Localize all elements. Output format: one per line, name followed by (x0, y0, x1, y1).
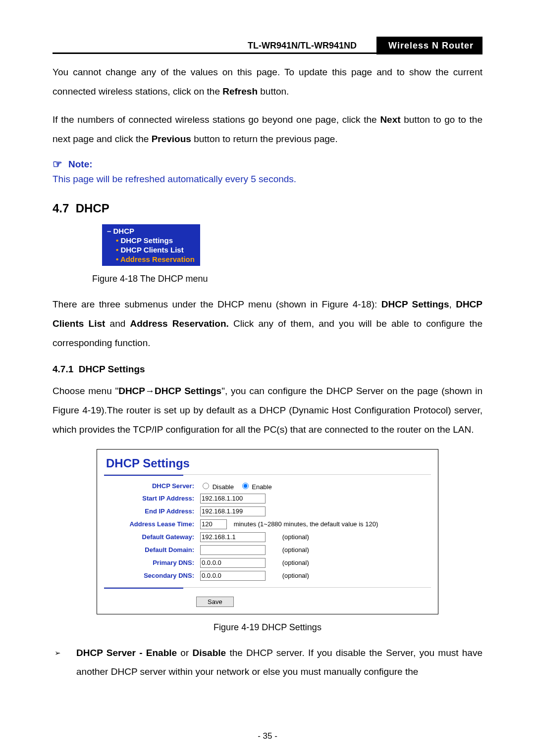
radio-disable-text: Disable (213, 483, 234, 491)
save-button[interactable]: Save (196, 597, 234, 607)
label-end-ip: End IP Address: (97, 505, 197, 518)
note-heading: ☞ Note: (53, 158, 482, 171)
sec47-para-a: There are three submenus under the DHCP … (53, 299, 381, 309)
label-secondary-dns: Secondary DNS: (97, 569, 197, 582)
primary-dns-input[interactable] (200, 558, 266, 568)
label-start-ip: Start IP Address: (97, 492, 197, 505)
intro-p2b: Next (380, 114, 400, 125)
default-gateway-input[interactable] (200, 532, 266, 542)
intro-p2d: Previous (152, 134, 191, 144)
bullet-dhcp-server: ➢ DHCP Server - Enable or Disable the DH… (53, 644, 482, 681)
dhcp-settings-form: DHCP Server: Disable Enable Start IP Add… (97, 480, 438, 582)
radio-disable[interactable] (203, 483, 209, 489)
figure-4-19-caption: Figure 4-19 DHCP Settings (53, 622, 482, 633)
note-label: Note: (68, 159, 93, 170)
menu-item-address-reservation: Address Reservation (102, 254, 200, 264)
label-dhcp-server: DHCP Server: (97, 480, 197, 492)
section-4-7-1-heading: 4.7.1 DHCP Settings (53, 364, 482, 375)
label-primary-dns: Primary DNS: (97, 556, 197, 569)
doc-header-product: Wireless N Router (376, 37, 482, 54)
sec47-para-e: and (105, 318, 130, 329)
sec471-intro-c: DHCP Settings (155, 386, 221, 396)
label-default-gateway: Default Gateway: (97, 531, 197, 544)
radio-enable-label[interactable]: Enable (240, 483, 272, 491)
bullet-icon: ➢ (54, 646, 61, 660)
menu-item-dhcp-settings: DHCP Settings (102, 236, 200, 245)
label-lease-time: Address Lease Time: (97, 518, 197, 531)
dhcp-settings-figure: DHCP Settings DHCP Server: Disable Enabl… (97, 449, 438, 614)
default-domain-input[interactable] (200, 545, 266, 555)
intro-p1b: Refresh (222, 86, 258, 97)
optional-text-3: (optional) (282, 559, 309, 566)
dhcp-menu-figure: DHCP DHCP Settings DHCP Clients List Add… (102, 224, 200, 266)
bp1-bold2: Disable (189, 648, 229, 658)
sec471-title: DHCP Settings (79, 364, 145, 374)
radio-enable-text: Enable (252, 483, 271, 491)
figure-4-18-caption: Figure 4-18 The DHCP menu (92, 274, 482, 284)
optional-text-2: (optional) (282, 546, 309, 554)
intro-text: You cannot change any of the values on t… (53, 63, 482, 149)
end-ip-input[interactable] (200, 506, 266, 516)
intro-p2a: If the numbers of connected wireless sta… (53, 114, 380, 125)
sec47-num: 4.7 (53, 202, 69, 215)
start-ip-input[interactable] (200, 494, 266, 504)
sec47-para-f: Address Reservation. (130, 318, 229, 329)
sec471-num: 4.7.1 (53, 364, 73, 374)
sec471-intro-arrow: → (145, 386, 155, 396)
pointing-hand-icon: ☞ (53, 158, 62, 171)
intro-p2e: button to return the previous page. (191, 134, 338, 144)
doc-header: TL-WR941N/TL-WR941ND Wireless N Router (53, 39, 482, 54)
label-default-domain: Default Domain: (97, 544, 197, 556)
menu-item-dhcp-clients: DHCP Clients List (102, 245, 200, 254)
secondary-dns-input[interactable] (200, 571, 266, 581)
dhcp-settings-title: DHCP Settings (106, 456, 438, 470)
radio-disable-label[interactable]: Disable (200, 483, 234, 491)
sec471-intro-a: Choose menu " (53, 386, 118, 396)
optional-text: (optional) (282, 533, 309, 541)
sec47-title: DHCP (76, 202, 109, 215)
bp1-mid: or (180, 648, 189, 658)
radio-enable[interactable] (242, 483, 249, 489)
section-4-7-heading: 4.7 DHCP (53, 202, 482, 215)
bp1-bold: DHCP Server - Enable (76, 648, 180, 658)
lease-time-input[interactable] (200, 519, 227, 529)
optional-text-4: (optional) (282, 572, 309, 579)
intro-p1c: button. (258, 86, 289, 97)
menu-root: DHCP (102, 226, 200, 236)
note-body: This page will be refreshed automaticall… (53, 172, 482, 187)
lease-time-hint: minutes (1~2880 minutes, the default val… (234, 520, 378, 528)
sec47-para-b: DHCP Settings (381, 299, 449, 309)
page-number: - 35 - (0, 731, 535, 741)
sec471-intro-b: DHCP (118, 386, 145, 396)
sec47-para-c: , (449, 299, 456, 309)
doc-header-model: TL-WR941N/TL-WR941ND (53, 41, 376, 51)
